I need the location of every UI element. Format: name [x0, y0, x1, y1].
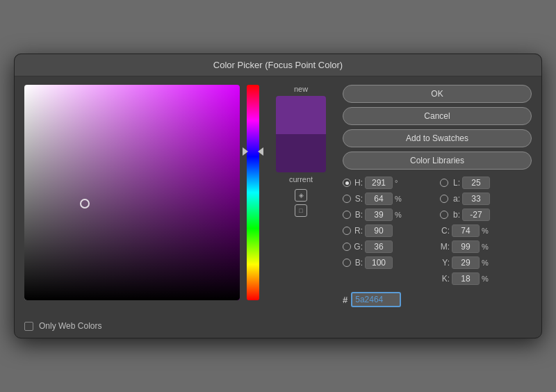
- h-unit: °: [395, 179, 404, 187]
- ok-button[interactable]: OK: [343, 85, 532, 103]
- a-input[interactable]: [462, 193, 490, 205]
- b-input[interactable]: [365, 209, 393, 221]
- r-label: R:: [353, 226, 363, 236]
- b-field-row: B: %: [343, 209, 434, 221]
- c-field-row: C: %: [440, 224, 532, 237]
- current-swatch-label: current: [289, 175, 313, 183]
- s-input[interactable]: [365, 193, 393, 205]
- hex-row: #: [343, 292, 532, 307]
- k-field-row: K: %: [440, 272, 532, 285]
- hue-thumb-left-icon: [243, 147, 248, 156]
- b-label: B:: [353, 210, 363, 220]
- hue-slider[interactable]: [247, 85, 259, 300]
- g-radio[interactable]: [343, 243, 351, 251]
- g-label: G:: [353, 242, 363, 252]
- only-web-colors-label: Only Web Colors: [39, 321, 101, 331]
- right-panel: OK Cancel Add to Swatches Color Librarie…: [343, 85, 532, 307]
- l-field-row: L:: [440, 177, 532, 189]
- h-radio[interactable]: [343, 179, 351, 187]
- g-field-row: G:: [343, 240, 434, 253]
- r-radio[interactable]: [343, 227, 351, 235]
- l-input[interactable]: [462, 177, 490, 189]
- m-field-row: M: %: [440, 240, 532, 253]
- bottom-row: Only Web Colors: [15, 316, 541, 338]
- swatch-icon-group: ◈ □: [295, 189, 307, 217]
- hsb-rgb-col: H: ° S: % B: %: [343, 177, 434, 285]
- a-radio[interactable]: [440, 195, 448, 203]
- current-color-swatch[interactable]: [276, 134, 326, 172]
- b-unit: %: [395, 211, 404, 219]
- hex-input[interactable]: [351, 292, 401, 307]
- l-label: L:: [450, 178, 460, 188]
- color-libraries-button[interactable]: Color Libraries: [343, 152, 532, 170]
- m-label: M:: [440, 242, 450, 252]
- h-input[interactable]: [365, 177, 393, 189]
- b2-radio[interactable]: [343, 259, 351, 267]
- new-swatch-label: new: [294, 85, 308, 93]
- r-field-row: R:: [343, 224, 434, 237]
- hue-thumb-right-icon: [258, 147, 263, 156]
- h-label: H:: [353, 178, 363, 188]
- g-input[interactable]: [365, 240, 393, 253]
- b3-field-row: b:: [440, 209, 532, 221]
- h-field-row: H: °: [343, 177, 434, 189]
- lab-cmyk-col: L: a: b: C:: [440, 177, 532, 285]
- b3-input[interactable]: [462, 209, 490, 221]
- c-input[interactable]: [452, 224, 480, 237]
- cancel-button[interactable]: Cancel: [343, 107, 532, 125]
- k-label: K:: [440, 274, 450, 284]
- b2-label: B:: [353, 258, 363, 268]
- k-unit: %: [482, 275, 491, 283]
- y-unit: %: [482, 259, 491, 267]
- y-label: Y:: [440, 258, 450, 268]
- b2-input[interactable]: [365, 256, 393, 269]
- r-input[interactable]: [365, 224, 393, 237]
- web-safe-icon[interactable]: ◈: [295, 189, 307, 202]
- y-input[interactable]: [452, 256, 480, 269]
- fields-section: H: ° S: % B: %: [343, 177, 532, 285]
- hex-symbol: #: [343, 295, 348, 305]
- s-unit: %: [395, 195, 404, 203]
- m-input[interactable]: [452, 240, 480, 253]
- b3-radio[interactable]: [440, 211, 448, 219]
- out-of-gamut-icon[interactable]: □: [295, 204, 307, 217]
- c-label: C:: [440, 226, 450, 236]
- y-field-row: Y: %: [440, 256, 532, 269]
- l-radio[interactable]: [440, 179, 448, 187]
- dialog-title: Color Picker (Focus Point Color): [15, 54, 541, 76]
- color-picker-dialog: Color Picker (Focus Point Color) new cur…: [14, 54, 542, 338]
- b2-field-row: B:: [343, 256, 434, 269]
- add-to-swatches-button[interactable]: Add to Swatches: [343, 129, 532, 147]
- b-radio[interactable]: [343, 211, 351, 219]
- new-color-swatch[interactable]: [276, 96, 326, 134]
- only-web-colors-checkbox[interactable]: [24, 322, 33, 331]
- color-field[interactable]: [24, 85, 240, 300]
- a-field-row: a:: [440, 193, 532, 205]
- s-radio[interactable]: [343, 195, 351, 203]
- k-input[interactable]: [452, 272, 480, 285]
- m-unit: %: [482, 243, 491, 251]
- c-unit: %: [482, 227, 491, 235]
- a-label: a:: [450, 194, 460, 204]
- s-field-row: S: %: [343, 193, 434, 205]
- b3-label: b:: [450, 210, 460, 220]
- s-label: S:: [353, 194, 363, 204]
- swatch-panel: new current ◈ □: [266, 85, 336, 307]
